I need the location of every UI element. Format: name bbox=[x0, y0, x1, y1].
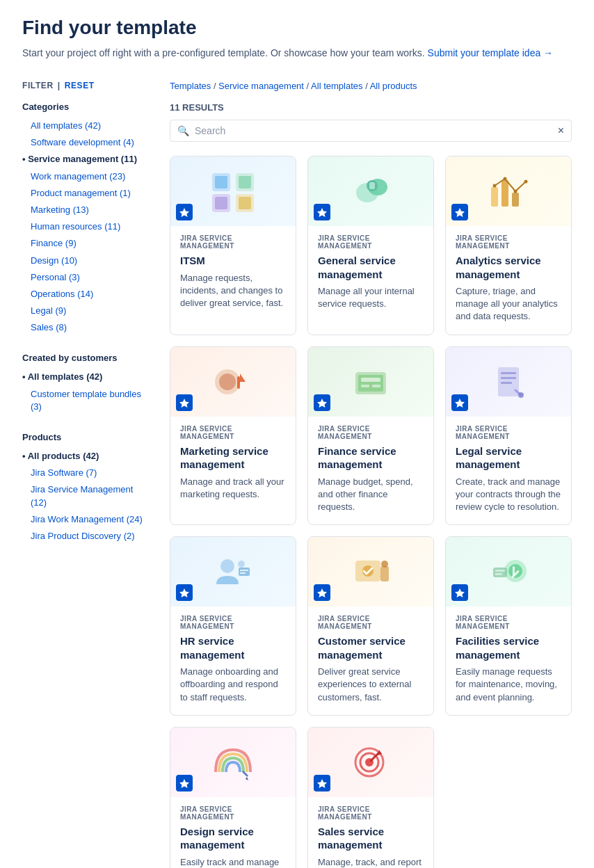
card-sales-provider: JIRA SERVICE MANAGEMENT bbox=[318, 805, 424, 821]
card-facilities-body: JIRA SERVICE MANAGEMENT Facilities servi… bbox=[446, 606, 571, 715]
card-general-title: General service management bbox=[318, 254, 424, 281]
card-legal-title: Legal service management bbox=[456, 444, 561, 472]
submit-template-link[interactable]: Submit your template idea → bbox=[428, 47, 554, 58]
card-customer[interactable]: JIRA SERVICE MANAGEMENT Customer service… bbox=[307, 536, 434, 716]
breadcrumb-service-management[interactable]: Service management bbox=[218, 81, 304, 91]
card-facilities-provider: JIRA SERVICE MANAGEMENT bbox=[456, 615, 561, 630]
card-sales-body: JIRA SERVICE MANAGEMENT Sales service ma… bbox=[308, 797, 433, 868]
card-design-body: JIRA SERVICE MANAGEMENT Design service m… bbox=[170, 797, 296, 868]
card-marketing-title: Marketing service management bbox=[180, 444, 286, 472]
sidebar-item[interactable]: Jira Product Discovery (2) bbox=[22, 528, 147, 545]
svg-rect-7 bbox=[239, 197, 251, 209]
sidebar-item[interactable]: Finance (9) bbox=[22, 235, 147, 252]
sidebar-item[interactable]: Personal (3) bbox=[22, 269, 147, 286]
card-general-image bbox=[308, 156, 433, 226]
sidebar-item[interactable]: Marketing (13) bbox=[22, 202, 147, 218]
card-facilities-badge bbox=[451, 584, 468, 601]
breadcrumb-all-products[interactable]: All products bbox=[370, 81, 417, 91]
card-design[interactable]: JIRA SERVICE MANAGEMENT Design service m… bbox=[170, 727, 296, 868]
breadcrumb: Templates / Service management / All tem… bbox=[170, 81, 572, 91]
card-customer-title: Customer service management bbox=[318, 634, 424, 661]
card-design-image bbox=[170, 728, 296, 797]
card-facilities-desc: Easily manage requests for maintenance, … bbox=[456, 666, 561, 704]
main-layout: FILTER | RESET Categories All templates … bbox=[22, 81, 572, 868]
created-by-section: Created by customers • All templates (42… bbox=[22, 353, 147, 415]
sidebar-item[interactable]: Operations (14) bbox=[22, 286, 147, 303]
results-count: 11 RESULTS bbox=[170, 102, 572, 113]
breadcrumb-templates[interactable]: Templates bbox=[170, 81, 211, 91]
card-legal-desc: Create, track and manage your contracts … bbox=[456, 476, 561, 514]
card-hr-desc: Manage onboarding and offboarding and re… bbox=[180, 666, 286, 704]
card-legal-body: JIRA SERVICE MANAGEMENT Legal service ma… bbox=[446, 417, 571, 525]
card-legal[interactable]: JIRA SERVICE MANAGEMENT Legal service ma… bbox=[445, 346, 572, 526]
card-sales-badge bbox=[314, 775, 330, 791]
sidebar-item[interactable]: Work management (23) bbox=[22, 168, 147, 185]
page-title: Find your template bbox=[22, 17, 572, 39]
card-general-desc: Manage all your internal service request… bbox=[318, 285, 424, 310]
card-facilities[interactable]: JIRA SERVICE MANAGEMENT Facilities servi… bbox=[445, 536, 572, 716]
products-title: Products bbox=[22, 432, 147, 442]
svg-point-18 bbox=[524, 180, 528, 184]
card-sales[interactable]: JIRA SERVICE MANAGEMENT Sales service ma… bbox=[307, 727, 434, 868]
card-analytics-badge bbox=[451, 204, 468, 220]
card-general[interactable]: JIRA SERVICE MANAGEMENT General service … bbox=[307, 156, 434, 335]
card-finance-image bbox=[308, 347, 433, 417]
sidebar-item[interactable]: Jira Work Management (24) bbox=[22, 511, 147, 528]
sidebar-item[interactable]: Product management (1) bbox=[22, 185, 147, 202]
card-marketing[interactable]: JIRA SERVICE MANAGEMENT Marketing servic… bbox=[170, 346, 296, 526]
svg-rect-25 bbox=[361, 378, 380, 382]
card-hr[interactable]: JIRA SERVICE MANAGEMENT HR service manag… bbox=[170, 536, 296, 716]
card-itsm-title: ITSM bbox=[180, 254, 286, 268]
card-design-desc: Easily track and manage all kinds of des… bbox=[180, 856, 286, 868]
search-clear-button[interactable]: × bbox=[558, 124, 564, 137]
reset-link[interactable]: RESET bbox=[65, 81, 95, 90]
sidebar-item[interactable]: Jira Software (7) bbox=[22, 465, 147, 481]
products-section: Products • All products (42) Jira Softwa… bbox=[22, 432, 147, 545]
card-general-body: JIRA SERVICE MANAGEMENT General service … bbox=[308, 226, 433, 321]
breadcrumb-all-templates[interactable]: All templates bbox=[311, 81, 362, 91]
sidebar-item[interactable]: Software development (4) bbox=[22, 134, 147, 151]
card-itsm-image bbox=[170, 156, 296, 226]
svg-point-43 bbox=[508, 564, 522, 578]
sidebar-item-service-management[interactable]: • Service management (11) bbox=[22, 151, 147, 168]
sidebar-item[interactable]: Design (10) bbox=[22, 252, 147, 269]
card-customer-desc: Deliver great service experiences to ext… bbox=[318, 666, 424, 704]
sidebar-item[interactable]: Human resources (11) bbox=[22, 218, 147, 235]
search-input[interactable] bbox=[195, 125, 558, 136]
sidebar-item[interactable]: All templates (42) bbox=[22, 118, 147, 134]
card-marketing-provider: JIRA SERVICE MANAGEMENT bbox=[180, 425, 286, 440]
svg-rect-31 bbox=[501, 382, 512, 384]
sidebar-item[interactable]: Customer template bundles (3) bbox=[22, 386, 147, 415]
card-itsm-badge bbox=[176, 204, 193, 220]
card-analytics[interactable]: JIRA SERVICE MANAGEMENT Analytics servic… bbox=[445, 156, 572, 335]
svg-point-17 bbox=[514, 190, 517, 193]
card-legal-badge bbox=[451, 394, 468, 411]
svg-rect-14 bbox=[512, 193, 519, 207]
sidebar-item-all-products[interactable]: • All products (42) bbox=[22, 448, 147, 465]
categories-title: Categories bbox=[22, 102, 147, 112]
sidebar: FILTER | RESET Categories All templates … bbox=[22, 81, 147, 868]
card-customer-badge bbox=[314, 584, 330, 601]
svg-rect-46 bbox=[493, 568, 507, 577]
card-finance[interactable]: JIRA SERVICE MANAGEMENT Finance service … bbox=[307, 346, 434, 526]
card-design-badge bbox=[176, 775, 193, 791]
card-finance-badge bbox=[314, 394, 330, 411]
svg-point-41 bbox=[381, 561, 388, 568]
card-analytics-title: Analytics service management bbox=[456, 254, 561, 281]
svg-point-15 bbox=[493, 184, 497, 188]
svg-point-37 bbox=[238, 561, 245, 568]
svg-rect-21 bbox=[237, 376, 240, 389]
sidebar-item[interactable]: Sales (8) bbox=[22, 319, 147, 336]
sidebar-item-all-templates-created[interactable]: • All templates (42) bbox=[22, 369, 147, 385]
search-bar: 🔍 × bbox=[170, 120, 572, 142]
card-itsm[interactable]: JIRA SERVICE MANAGEMENT ITSM Manage requ… bbox=[170, 156, 296, 335]
svg-marker-50 bbox=[246, 777, 248, 780]
sidebar-item[interactable]: Legal (9) bbox=[22, 303, 147, 319]
card-sales-desc: Manage, track, and report on sales reque… bbox=[318, 856, 424, 868]
card-hr-title: HR service management bbox=[180, 634, 286, 661]
svg-point-32 bbox=[518, 392, 524, 398]
categories-section: Categories All templates (42) Software d… bbox=[22, 102, 147, 336]
content-area: Templates / Service management / All tem… bbox=[170, 81, 572, 868]
sidebar-item[interactable]: Jira Service Management (12) bbox=[22, 481, 147, 511]
card-customer-body: JIRA SERVICE MANAGEMENT Customer service… bbox=[308, 606, 433, 715]
